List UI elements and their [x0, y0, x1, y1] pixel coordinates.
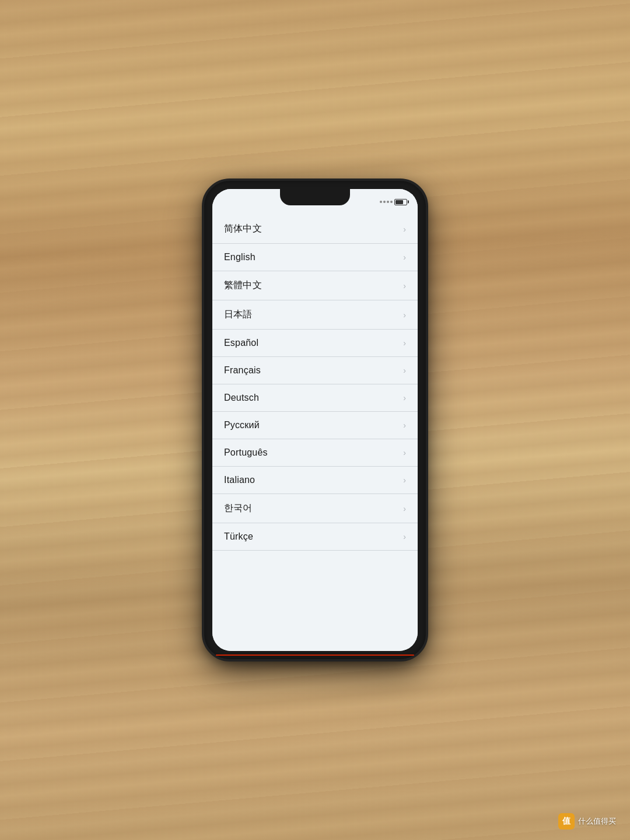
notch: [280, 189, 350, 205]
language-name-turkish: Türkçe: [224, 531, 253, 542]
dot-4: [390, 201, 393, 203]
language-name-english: English: [224, 252, 256, 262]
language-item-russian[interactable]: Русский›: [212, 412, 418, 439]
chevron-icon-russian: ›: [403, 421, 406, 430]
chevron-icon-german: ›: [403, 393, 406, 402]
chevron-icon-turkish: ›: [403, 532, 406, 541]
language-name-spanish: Español: [224, 338, 258, 348]
signal-dots: [380, 201, 393, 203]
language-list: 简体中文›English›繁體中文›日本語›Español›Français›D…: [212, 215, 418, 551]
language-item-french[interactable]: Français›: [212, 357, 418, 384]
language-item-korean[interactable]: 한국어›: [212, 494, 418, 523]
status-bar: [212, 189, 418, 215]
battery-fill: [396, 200, 403, 204]
watermark-text: 什么值得买: [578, 816, 616, 827]
language-item-german[interactable]: Deutsch›: [212, 384, 418, 412]
chevron-icon-portuguese: ›: [403, 448, 406, 457]
chevron-icon-simplified-chinese: ›: [403, 225, 406, 234]
chevron-icon-korean: ›: [403, 504, 406, 513]
language-name-korean: 한국어: [224, 502, 253, 514]
battery-outline: [394, 199, 407, 205]
dot-1: [380, 201, 382, 203]
chevron-icon-french: ›: [403, 366, 406, 375]
language-item-simplified-chinese[interactable]: 简体中文›: [212, 215, 418, 244]
language-name-traditional-chinese: 繁體中文: [224, 279, 262, 292]
screen-content: 简体中文›English›繁體中文›日本語›Español›Français›D…: [212, 215, 418, 651]
language-item-turkish[interactable]: Türkçe›: [212, 523, 418, 551]
language-item-spanish[interactable]: Español›: [212, 330, 418, 357]
language-name-japanese: 日本語: [224, 309, 253, 321]
language-item-traditional-chinese[interactable]: 繁體中文›: [212, 271, 418, 300]
language-name-french: Français: [224, 365, 261, 376]
language-name-italian: Italiano: [224, 475, 255, 485]
chevron-icon-english: ›: [403, 253, 406, 262]
dot-3: [387, 201, 389, 203]
language-name-german: Deutsch: [224, 393, 259, 403]
phone-wrapper: 简体中文›English›繁體中文›日本語›Español›Français›D…: [204, 181, 426, 659]
battery-indicator: [380, 199, 407, 205]
language-item-italian[interactable]: Italiano›: [212, 467, 418, 494]
watermark: 值 什么值得买: [558, 813, 616, 830]
language-item-japanese[interactable]: 日本語›: [212, 300, 418, 330]
chevron-icon-traditional-chinese: ›: [403, 281, 406, 290]
chevron-icon-italian: ›: [403, 475, 406, 485]
language-item-english[interactable]: English›: [212, 244, 418, 271]
language-item-portuguese[interactable]: Português›: [212, 439, 418, 467]
phone-case: 简体中文›English›繁體中文›日本語›Español›Français›D…: [204, 181, 426, 659]
dot-2: [383, 201, 386, 203]
phone-body: 简体中文›English›繁體中文›日本語›Español›Français›D…: [212, 189, 418, 651]
watermark-icon-char: 值: [562, 816, 570, 827]
watermark-icon: 值: [558, 813, 575, 830]
chevron-icon-spanish: ›: [403, 338, 406, 348]
language-name-russian: Русский: [224, 420, 260, 430]
language-name-simplified-chinese: 简体中文: [224, 223, 262, 235]
chevron-icon-japanese: ›: [403, 310, 406, 320]
language-name-portuguese: Português: [224, 447, 268, 458]
